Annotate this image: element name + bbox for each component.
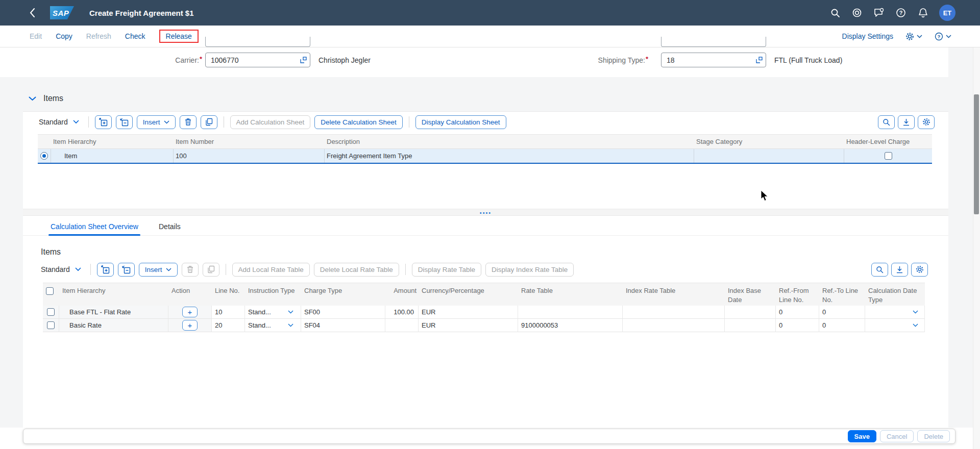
carrier-input[interactable] (206, 56, 297, 64)
page-scrollbar-thumb[interactable] (974, 94, 979, 214)
search-icon[interactable] (829, 7, 841, 18)
cell-amount[interactable] (385, 319, 419, 332)
shipping-type-label: Shipping Type:* (574, 53, 648, 67)
cell-calculation-date-type[interactable] (865, 306, 925, 319)
display-calculation-sheet-button[interactable]: Display Calculation Sheet (415, 115, 506, 129)
row-radio-selected[interactable] (40, 152, 48, 160)
cell-charge-type[interactable]: SF00 (301, 306, 385, 319)
feedback-icon[interactable] (873, 7, 885, 18)
save-button[interactable]: Save (848, 430, 876, 442)
value-help-icon[interactable] (297, 57, 310, 63)
cut-off-input-field[interactable] (205, 37, 310, 47)
download-icon (896, 266, 903, 273)
col-item-number[interactable]: Item Number (174, 135, 325, 148)
cell-ref-from[interactable]: 0 (776, 319, 819, 332)
col-index-base-date[interactable]: Index Base Date (725, 283, 776, 306)
collapse-node-button[interactable] (116, 115, 133, 129)
expand-node-button[interactable] (95, 115, 112, 129)
instruction-type-value: Stand... (248, 308, 271, 316)
col-index-rate-table[interactable]: Index Rate Table (623, 283, 725, 306)
release-button[interactable]: Release (166, 32, 192, 40)
table-settings-button[interactable] (911, 263, 928, 277)
copy-icon (205, 118, 213, 126)
avatar[interactable]: ET (939, 5, 955, 21)
cell-charge-type[interactable]: SF04 (301, 319, 385, 332)
view-selector[interactable]: Standard (39, 118, 79, 126)
insert-button[interactable]: Insert (139, 263, 178, 277)
release-highlight-box: Release (159, 30, 199, 43)
display-settings-button[interactable]: Display Settings (842, 32, 893, 40)
cell-item-number: 100 (174, 149, 325, 163)
cell-calculation-date-type[interactable] (865, 319, 925, 332)
table-settings-button[interactable] (918, 115, 935, 129)
col-currency-percentage[interactable]: Currency/Percentage (419, 283, 518, 306)
add-line-button[interactable]: + (182, 307, 198, 317)
cell-ref-from[interactable]: 0 (776, 306, 819, 319)
expand-node-button[interactable] (97, 263, 114, 277)
col-item-hierarchy[interactable]: Item Hierarchy (51, 135, 174, 148)
settings-menu-button[interactable] (905, 32, 922, 41)
add-line-button[interactable]: + (182, 320, 198, 331)
delete-calculation-sheet-button[interactable]: Delete Calculation Sheet (314, 115, 403, 129)
col-line-no[interactable]: Line No. (212, 283, 245, 306)
col-action[interactable]: Action (168, 283, 212, 306)
table-row[interactable]: Base FTL - Flat Rate + 10 Stand... SF00 … (43, 306, 925, 319)
col-stage-category[interactable]: Stage Category (694, 135, 844, 148)
resize-grip[interactable]: •••• (480, 211, 492, 214)
col-instruction-type[interactable]: Instruction Type (245, 283, 301, 306)
cut-off-input-field[interactable] (661, 37, 766, 47)
select-column (38, 135, 51, 148)
back-button[interactable] (27, 7, 38, 18)
cell-index-rate-table (623, 306, 725, 319)
copy-row-button[interactable] (201, 115, 217, 129)
row-checkbox[interactable] (47, 308, 55, 316)
col-header-level-charge[interactable]: Header-Level Charge (844, 135, 932, 148)
cell-currency[interactable]: EUR (419, 319, 518, 332)
col-ref-from-line-no[interactable]: Ref.-From Line No. (776, 283, 819, 306)
col-item-hierarchy[interactable]: Item Hierarchy (59, 283, 168, 306)
tab-calculation-sheet-overview[interactable]: Calculation Sheet Overview (48, 219, 140, 235)
col-charge-type[interactable]: Charge Type (301, 283, 385, 306)
view-selector-label: Standard (41, 265, 70, 273)
col-amount[interactable]: Amount (385, 283, 419, 306)
copilot-icon[interactable] (851, 7, 863, 18)
toolbar-separator (224, 116, 224, 128)
export-button[interactable] (891, 263, 908, 277)
header-level-charge-checkbox[interactable] (885, 152, 892, 160)
insert-button[interactable]: Insert (137, 115, 176, 129)
table-search-button[interactable] (871, 263, 888, 277)
cell-rate-table[interactable]: 9100000053 (518, 319, 623, 332)
col-ref-to-line-no[interactable]: Ref.-To Line No. (819, 283, 865, 306)
copy-button[interactable]: Copy (56, 32, 72, 40)
export-button[interactable] (898, 115, 915, 129)
table-row-selected[interactable]: Item 100 Freight Agreement Item Type (38, 149, 932, 164)
row-checkbox[interactable] (47, 321, 55, 329)
row-select-cell (43, 319, 59, 332)
help-menu-button[interactable]: ? (935, 32, 951, 41)
table-search-button[interactable] (878, 115, 895, 129)
value-help-icon[interactable] (752, 57, 766, 63)
cell-currency[interactable]: EUR (419, 306, 518, 319)
collapse-section-icon[interactable] (29, 96, 36, 101)
cell-instruction-type[interactable]: Stand... (245, 306, 301, 319)
tab-details[interactable]: Details (157, 219, 183, 235)
bell-icon[interactable] (917, 7, 928, 18)
cell-instruction-type[interactable]: Stand... (245, 319, 301, 332)
check-button[interactable]: Check (125, 32, 145, 40)
col-description[interactable]: Description (325, 135, 694, 148)
cell-ref-to[interactable]: 0 (819, 319, 865, 332)
cell-amount[interactable]: 100.00 (385, 306, 419, 319)
shipping-type-input[interactable] (662, 56, 752, 64)
view-selector[interactable]: Standard (41, 265, 81, 273)
cell-ref-to[interactable]: 0 (819, 306, 865, 319)
delete-row-button[interactable] (180, 115, 197, 129)
help-icon[interactable]: ? (895, 7, 906, 18)
col-rate-table[interactable]: Rate Table (518, 283, 623, 306)
help-icon: ? (935, 32, 943, 41)
table-row[interactable]: Basic Rate + 20 Stand... SF04 EUR 910000… (43, 319, 925, 332)
cell-rate-table[interactable] (518, 306, 623, 319)
select-all-checkbox[interactable] (46, 287, 54, 295)
col-calculation-date-type[interactable]: Calculation Date Type (865, 283, 925, 306)
collapse-node-button[interactable] (118, 263, 135, 277)
delete-button: Delete (917, 430, 950, 442)
